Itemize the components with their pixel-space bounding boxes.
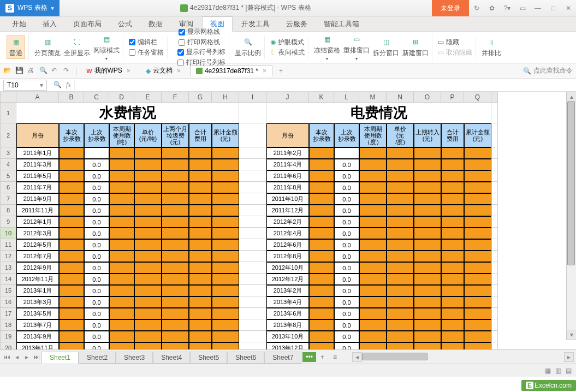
sync-icon[interactable]: ↻ [469, 0, 484, 16]
menu-智能工具箱[interactable]: 智能工具箱 [316, 17, 367, 31]
cell[interactable] [491, 193, 498, 205]
formula-input[interactable] [74, 80, 576, 91]
cell[interactable] [359, 274, 387, 285]
cell[interactable] [387, 296, 414, 308]
cell[interactable] [109, 296, 134, 308]
cell[interactable] [239, 285, 266, 296]
col-header-E[interactable]: E [134, 92, 162, 103]
sheet-tab-Sheet3[interactable]: Sheet3 [116, 352, 153, 364]
eye-mode-button[interactable]: ◉护眼模式 [270, 38, 305, 47]
cell[interactable] [491, 274, 498, 285]
cell[interactable] [134, 228, 162, 239]
cell[interactable] [189, 308, 212, 319]
cell[interactable] [309, 274, 334, 285]
cell[interactable] [441, 239, 464, 251]
cell[interactable] [162, 251, 189, 262]
cell[interactable] [359, 239, 387, 251]
cell[interactable] [464, 331, 491, 342]
cell[interactable] [387, 274, 414, 285]
cell[interactable] [162, 296, 189, 308]
cell[interactable] [387, 262, 414, 274]
cell[interactable] [491, 296, 498, 308]
row-header-3[interactable]: 3 [0, 147, 16, 159]
cell[interactable] [387, 331, 414, 342]
scroll-thumb[interactable] [567, 102, 575, 265]
rearrange-button[interactable]: ▭重排窗口▾ [343, 34, 370, 61]
close-icon[interactable]: ✕ [561, 0, 576, 16]
cell[interactable] [134, 205, 162, 216]
cell[interactable] [189, 170, 212, 182]
cell[interactable] [491, 159, 498, 170]
cell[interactable] [109, 182, 134, 193]
cell[interactable]: 2011年6月 [266, 170, 309, 182]
cell[interactable] [134, 193, 162, 205]
cell[interactable] [212, 342, 239, 349]
help-icon[interactable]: ?▾ [500, 0, 515, 16]
cell[interactable] [109, 319, 134, 331]
cell[interactable] [212, 285, 239, 296]
cell[interactable] [414, 342, 441, 349]
cell[interactable] [309, 170, 334, 182]
cell[interactable] [387, 308, 414, 319]
cell[interactable] [162, 342, 189, 349]
cell[interactable]: 0.0 [84, 205, 109, 216]
maximize-icon[interactable]: □ [545, 0, 561, 16]
cell[interactable] [59, 274, 84, 285]
cell[interactable] [414, 170, 441, 182]
col-header-H[interactable]: H [212, 92, 239, 103]
cell[interactable]: 0.0 [84, 274, 109, 285]
cell[interactable] [212, 193, 239, 205]
cell[interactable] [491, 123, 498, 147]
tab-next-icon[interactable]: ▸ [22, 352, 32, 363]
cell[interactable] [359, 159, 387, 170]
cell[interactable]: 2013年3月 [16, 296, 59, 308]
cell[interactable] [59, 193, 84, 205]
cell[interactable] [359, 262, 387, 274]
cell[interactable] [162, 147, 189, 159]
cell[interactable] [109, 159, 134, 170]
cell[interactable]: 0.0 [334, 285, 359, 296]
cell[interactable] [491, 331, 498, 342]
cell[interactable]: 0.0 [334, 274, 359, 285]
cell[interactable] [441, 274, 464, 285]
col-header-L[interactable]: L [334, 92, 359, 103]
edit-bar-checkbox[interactable]: 编辑栏 [129, 38, 164, 47]
cell[interactable] [491, 103, 498, 123]
cell[interactable] [441, 182, 464, 193]
cell[interactable] [59, 296, 84, 308]
cell[interactable]: 月份 [266, 123, 309, 147]
undo-icon[interactable]: ↶ [51, 67, 60, 75]
cell[interactable] [441, 205, 464, 216]
cell-reference-box[interactable]: T10▾ [3, 80, 47, 91]
cell[interactable]: 0.0 [334, 331, 359, 342]
cell[interactable] [464, 319, 491, 331]
cell[interactable] [212, 147, 239, 159]
cell[interactable] [464, 342, 491, 349]
cell[interactable] [359, 319, 387, 331]
col-header-O[interactable]: O [414, 92, 441, 103]
cell[interactable] [414, 159, 441, 170]
cell[interactable] [309, 251, 334, 262]
cell[interactable]: 2011年5月 [16, 170, 59, 182]
cell[interactable] [162, 262, 189, 274]
tab-close-icon[interactable]: × [177, 67, 181, 75]
cell[interactable] [441, 159, 464, 170]
cell[interactable] [464, 239, 491, 251]
cell[interactable] [309, 193, 334, 205]
cell[interactable] [359, 205, 387, 216]
cell[interactable]: 0.0 [84, 308, 109, 319]
cell[interactable] [109, 193, 134, 205]
row-header-6[interactable]: 6 [0, 182, 16, 193]
cell[interactable] [59, 285, 84, 296]
cell[interactable]: 2012年8月 [266, 251, 309, 262]
cell[interactable]: 本周期使用数(吨) [109, 123, 134, 147]
cell[interactable]: 0.0 [334, 170, 359, 182]
tab-last-icon[interactable]: ⏭ [32, 352, 41, 363]
col-header-M[interactable]: M [359, 92, 387, 103]
cell[interactable] [239, 262, 266, 274]
cell[interactable] [189, 331, 212, 342]
print-icon[interactable]: 🖨 [27, 67, 36, 75]
row-header-18[interactable]: 18 [0, 319, 16, 331]
tab-close-icon[interactable]: × [263, 67, 266, 75]
cell[interactable] [134, 342, 162, 349]
